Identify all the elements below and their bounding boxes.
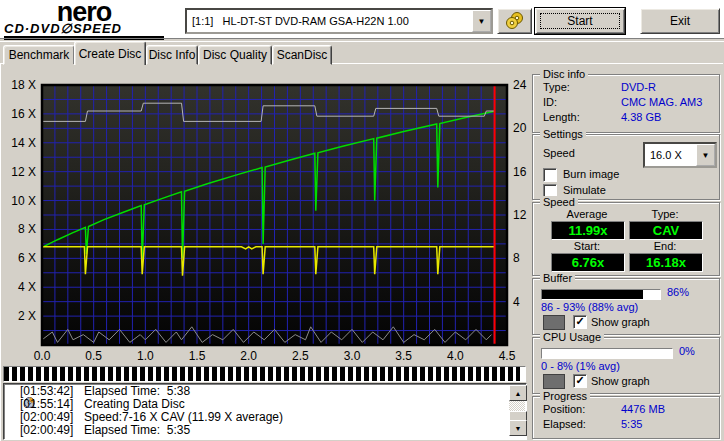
average-speed-value: 11.99x xyxy=(551,221,625,240)
start-button[interactable]: Start xyxy=(535,8,625,34)
elapsed-value: 5:35 xyxy=(621,418,642,430)
svg-text:1.5: 1.5 xyxy=(189,349,206,363)
disc-type-label: Type: xyxy=(543,81,570,93)
nero-logo: nero CD·DVD∅SPEED xyxy=(4,1,164,40)
speed-select-combobox[interactable]: 16.0 X ▼ xyxy=(643,142,717,168)
buffer-range: 86 - 93% (88% avg) xyxy=(541,301,638,313)
svg-text:2 X: 2 X xyxy=(18,309,36,323)
position-value: 4476 MB xyxy=(621,403,665,415)
buffer-progressbar xyxy=(541,289,661,300)
log-scrollbar[interactable]: ▲ ▼ xyxy=(509,385,525,436)
cpu-percent: 0% xyxy=(679,345,695,357)
cpu-graph-color-swatch[interactable] xyxy=(543,374,565,389)
average-speed-label: Average xyxy=(551,208,623,220)
scroll-up-icon[interactable]: ▲ xyxy=(509,385,527,401)
event-log: [01:53:42] Elapsed Time: 5:38 [01:55:14]… xyxy=(3,383,527,440)
svg-text:16 X: 16 X xyxy=(11,107,36,121)
svg-text:8 X: 8 X xyxy=(18,222,36,236)
exit-button[interactable]: Exit xyxy=(640,8,720,34)
gold-discs-icon xyxy=(504,12,526,30)
log-timestamp: [02:00:49] xyxy=(20,423,84,437)
svg-text:4.0: 4.0 xyxy=(447,349,464,363)
buffer-panel-title: Buffer xyxy=(540,272,575,284)
log-timestamp: [01:55:14] xyxy=(20,397,84,411)
speed-panel: Speed Average Type: 11.99x CAV Start: En… xyxy=(532,202,720,276)
svg-text:18 X: 18 X xyxy=(11,78,36,92)
disc-id-value: CMC MAG. AM3 xyxy=(621,96,702,108)
svg-text:0.0: 0.0 xyxy=(34,349,51,363)
end-speed-value: 16.18x xyxy=(629,253,703,272)
buffer-show-graph-label: Show graph xyxy=(591,316,650,328)
disc-length-label: Length: xyxy=(543,111,580,123)
svg-text:12: 12 xyxy=(513,208,527,222)
cpu-range: 0 - 8% (1% avg) xyxy=(541,360,620,372)
log-timestamp: [02:00:49] xyxy=(20,410,84,424)
svg-text:4.5: 4.5 xyxy=(499,349,516,363)
tab-benchmark[interactable]: Benchmark xyxy=(3,45,75,65)
log-message: Creating Data Disc xyxy=(84,397,185,411)
tab-disc-quality[interactable]: Disc Quality xyxy=(198,45,272,65)
cpu-progressbar xyxy=(541,348,673,359)
svg-text:14 X: 14 X xyxy=(11,136,36,150)
disc-info-title: Disc info xyxy=(540,68,588,80)
log-line: [02:00:49] Elapsed Time: 5:35 xyxy=(4,423,526,436)
tab-disc-info[interactable]: Disc Info xyxy=(146,45,198,65)
speed-panel-title: Speed xyxy=(540,196,578,208)
buffer-show-graph-checkbox[interactable]: ✓ xyxy=(573,315,587,329)
settings-title: Settings xyxy=(540,128,586,140)
svg-text:16: 16 xyxy=(513,165,527,179)
focus-rect xyxy=(540,13,620,29)
buffer-graph-color-swatch[interactable] xyxy=(543,315,565,330)
svg-text:4 X: 4 X xyxy=(18,280,36,294)
start-speed-value: 6.76x xyxy=(551,253,625,272)
exit-button-label: Exit xyxy=(670,14,690,28)
speed-type-label: Type: xyxy=(629,208,701,220)
drive-select-combobox[interactable]: [1:1] HL-DT-ST DVD-RAM GSA-H22N 1.00 ▼ xyxy=(185,8,493,34)
disc-id-label: ID: xyxy=(543,96,557,108)
simulate-label: Simulate xyxy=(563,184,606,196)
elapsed-label: Elapsed: xyxy=(543,418,586,430)
scroll-down-icon[interactable]: ▼ xyxy=(509,420,527,436)
cpu-panel-title: CPU Usage xyxy=(540,331,604,343)
speed-select-value: 16.0 X xyxy=(645,149,696,161)
svg-text:12 X: 12 X xyxy=(11,165,36,179)
chevron-down-icon[interactable]: ▼ xyxy=(696,144,715,166)
cpu-show-graph-checkbox[interactable]: ✓ xyxy=(573,374,587,388)
burn-progress-marquee xyxy=(3,366,526,382)
svg-text:2.0: 2.0 xyxy=(240,349,257,363)
nero-logo-text: nero xyxy=(4,1,164,23)
drive-select-value: [1:1] HL-DT-ST DVD-RAM GSA-H22N 1.00 xyxy=(187,15,472,27)
disc-tools-button[interactable] xyxy=(497,8,532,34)
start-speed-label: Start: xyxy=(551,240,623,252)
disc-activity-icon xyxy=(4,383,20,425)
log-line: [02:00:49] Speed:7-16 X CAV (11.99 X ave… xyxy=(4,410,526,423)
log-line: [01:53:42] Elapsed Time: 5:38 xyxy=(4,384,526,397)
disc-type-value: DVD-R xyxy=(621,81,656,93)
tab-scandisc[interactable]: ScanDisc xyxy=(272,45,332,65)
chevron-down-icon[interactable]: ▼ xyxy=(472,10,491,32)
svg-text:3.5: 3.5 xyxy=(395,349,412,363)
log-line: [01:55:14] Creating Data Disc xyxy=(4,397,526,410)
svg-text:10 X: 10 X xyxy=(11,194,36,208)
svg-text:24: 24 xyxy=(513,78,527,92)
progress-panel: Progress Position: 4476 MB Elapsed: 5:35 xyxy=(532,396,720,439)
end-speed-label: End: xyxy=(629,240,701,252)
svg-text:8: 8 xyxy=(513,251,520,265)
position-label: Position: xyxy=(543,403,585,415)
svg-text:2.5: 2.5 xyxy=(292,349,309,363)
buffer-panel: Buffer 86% 86 - 93% (88% avg) ✓ Show gra… xyxy=(532,278,720,335)
progress-panel-title: Progress xyxy=(540,390,590,402)
disc-length-value: 4.38 GB xyxy=(621,111,661,123)
tab-create-disc[interactable]: Create Disc xyxy=(74,41,146,65)
svg-text:20: 20 xyxy=(513,121,527,135)
log-message: Speed:7-16 X CAV (11.99 X average) xyxy=(84,410,283,424)
disc-info-panel: Disc info Type: DVD-R ID: CMC MAG. AM3 L… xyxy=(532,74,720,133)
speed-type-value: CAV xyxy=(629,221,703,240)
svg-text:3.0: 3.0 xyxy=(344,349,361,363)
svg-text:4: 4 xyxy=(513,295,520,309)
log-timestamp: [01:53:42] xyxy=(20,384,84,398)
speed-select-label: Speed xyxy=(543,147,575,159)
burn-image-label: Burn image xyxy=(563,168,619,180)
burn-image-checkbox[interactable] xyxy=(543,168,557,182)
svg-text:0.5: 0.5 xyxy=(85,349,102,363)
